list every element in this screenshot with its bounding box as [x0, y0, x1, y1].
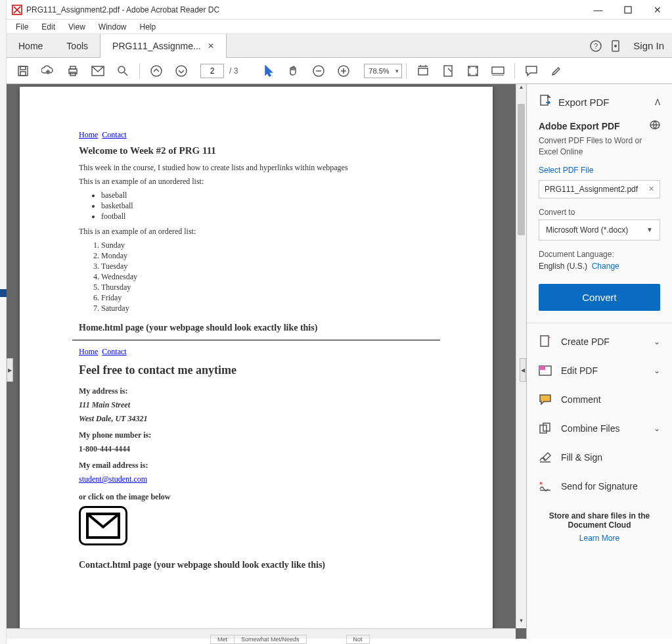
- menu-help[interactable]: Help: [140, 22, 156, 32]
- search-icon[interactable]: [110, 58, 135, 83]
- tab-home[interactable]: Home: [7, 34, 55, 58]
- svg-rect-23: [541, 95, 548, 105]
- tab-tools[interactable]: Tools: [55, 34, 100, 58]
- svg-rect-27: [539, 366, 545, 370]
- close-button[interactable]: ✕: [642, 0, 672, 20]
- doc-image-instruction: or click on the image below: [79, 492, 434, 502]
- convert-button[interactable]: Convert: [539, 284, 660, 311]
- doc-nav-home[interactable]: Home: [79, 347, 98, 356]
- web-link-icon[interactable]: [650, 120, 660, 131]
- selected-file-name: PRG111_Assignment2.pdf: [545, 185, 638, 194]
- left-panel-toggle[interactable]: ▶: [7, 358, 13, 382]
- export-pdf-section-head[interactable]: Export PDF ᐱ: [527, 84, 672, 120]
- cloud-upload-icon[interactable]: [35, 58, 60, 83]
- help-icon[interactable]: ?: [586, 36, 606, 56]
- list-item: Thursday: [101, 283, 434, 292]
- doc-caption-contact: Contact.html page (your webpage should l…: [79, 560, 434, 570]
- list-item: football: [101, 212, 434, 221]
- comment-bubble-icon[interactable]: [519, 58, 544, 83]
- zoom-dropdown[interactable]: 78.5%: [364, 64, 401, 78]
- cloud-footer-message: Store and share files in the Document Cl…: [537, 511, 661, 530]
- menu-edit[interactable]: Edit: [41, 22, 55, 32]
- tool-comment[interactable]: Comment: [527, 385, 672, 414]
- doc-unordered-intro: This is an example of an unordered list:: [79, 177, 434, 187]
- doc-week-intro: This week in the course, I studied how t…: [79, 163, 434, 173]
- export-pdf-icon: [539, 95, 552, 110]
- vertical-scrollbar[interactable]: ▲ ▼: [516, 84, 526, 628]
- svg-rect-1: [625, 7, 631, 13]
- mobile-icon[interactable]: [606, 36, 625, 56]
- export-pdf-label: Export PDF: [558, 97, 610, 108]
- fit-width-icon[interactable]: [411, 58, 436, 83]
- doc-heading-contact: Feel free to contact me anytime: [79, 363, 434, 377]
- envelope-image-icon[interactable]: [79, 506, 127, 545]
- doc-address-line2: West Dale, UT 34321: [79, 414, 434, 424]
- learn-more-link[interactable]: Learn More: [537, 534, 661, 543]
- hand-tool-icon[interactable]: [281, 58, 306, 83]
- tool-create-pdf[interactable]: Create PDF⌄: [527, 327, 672, 356]
- tab-close-icon[interactable]: ✕: [208, 41, 214, 51]
- chevron-down-icon: ⌄: [654, 337, 660, 346]
- scroll-thumb[interactable]: [518, 104, 525, 235]
- convert-format-dropdown[interactable]: Microsoft Word (*.docx)▼: [539, 219, 660, 241]
- tool-send-signature[interactable]: Send for Signature: [527, 472, 672, 501]
- doc-phone-label: My phone number is:: [79, 430, 434, 440]
- toolbar: / 3 78.5%: [7, 58, 672, 84]
- read-mode-icon[interactable]: [485, 58, 510, 83]
- scroll-down-icon[interactable]: ▼: [516, 618, 526, 628]
- svg-rect-18: [418, 68, 428, 75]
- page-down-icon[interactable]: [169, 58, 194, 83]
- title-bar: PRG111_Assignment2.pdf - Adobe Acrobat R…: [7, 0, 672, 20]
- print-icon[interactable]: [60, 58, 85, 83]
- zoom-out-icon[interactable]: [306, 58, 331, 83]
- fullscreen-icon[interactable]: [460, 58, 485, 83]
- clear-file-icon[interactable]: ✕: [648, 185, 654, 193]
- page-up-icon[interactable]: [144, 58, 169, 83]
- highlight-icon[interactable]: [544, 58, 569, 83]
- minimize-button[interactable]: —: [583, 0, 613, 20]
- svg-point-13: [118, 66, 125, 73]
- tool-combine-files[interactable]: Combine Files⌄: [527, 414, 672, 443]
- pdf-app-icon: [12, 5, 22, 15]
- menu-file[interactable]: File: [16, 22, 28, 32]
- maximize-button[interactable]: [613, 0, 642, 20]
- email-icon[interactable]: [85, 58, 110, 83]
- change-language-link[interactable]: Change: [592, 262, 619, 271]
- doc-nav-contact[interactable]: Contact: [102, 347, 126, 356]
- doc-phone-value: 1-800-444-4444: [79, 444, 434, 454]
- menu-window[interactable]: Window: [99, 22, 127, 32]
- page-number-input[interactable]: [200, 64, 224, 78]
- selected-file-box[interactable]: PRG111_Assignment2.pdf ✕: [539, 180, 660, 198]
- pointer-tool-icon[interactable]: [256, 58, 281, 83]
- zoom-in-icon[interactable]: [331, 58, 356, 83]
- doc-email-link[interactable]: student@student.com: [79, 474, 147, 484]
- tab-document[interactable]: PRG111_Assignme... ✕: [100, 34, 227, 58]
- menu-view[interactable]: View: [68, 22, 85, 32]
- svg-rect-25: [541, 336, 549, 346]
- doc-nav-home[interactable]: Home: [79, 130, 98, 139]
- separator: [406, 63, 407, 79]
- doc-ordered-intro: This is an example of an ordered list:: [79, 227, 434, 237]
- page-view-icon[interactable]: [436, 58, 460, 83]
- list-item: Monday: [101, 251, 434, 261]
- right-panel-toggle[interactable]: ◀: [520, 358, 526, 382]
- doc-divider: [72, 340, 440, 340]
- menu-bar: File Edit View Window Help: [7, 20, 672, 34]
- doc-nav-contact[interactable]: Contact: [102, 130, 126, 139]
- doc-language-value: English (U.S.): [539, 262, 587, 271]
- comment-icon: [539, 393, 552, 406]
- export-title: Adobe Export PDF: [539, 121, 620, 131]
- chevron-down-icon: ⌄: [654, 366, 660, 375]
- pdf-page: Home Contact Welcome to Week #2 of PRG 1…: [20, 87, 493, 639]
- document-viewport[interactable]: Home Contact Welcome to Week #2 of PRG 1…: [7, 84, 526, 639]
- save-icon[interactable]: [11, 58, 35, 83]
- tab-bar: Home Tools PRG111_Assignme... ✕ ? Sign I…: [7, 34, 672, 58]
- select-pdf-file-link[interactable]: Select PDF File: [539, 166, 660, 175]
- tool-fill-sign[interactable]: Fill & Sign: [527, 443, 672, 472]
- scroll-up-icon[interactable]: ▲: [516, 84, 526, 95]
- tool-edit-pdf[interactable]: Edit PDF⌄: [527, 356, 672, 385]
- svg-text:?: ?: [594, 42, 598, 50]
- chevron-down-icon: ▼: [646, 226, 653, 233]
- svg-rect-21: [492, 67, 504, 74]
- sign-in-link[interactable]: Sign In: [633, 40, 664, 51]
